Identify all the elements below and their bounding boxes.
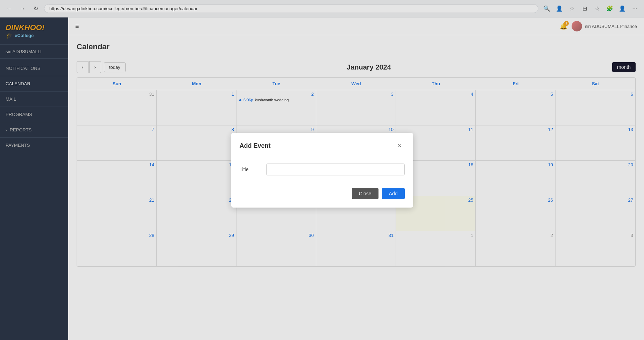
modal-header: Add Event × bbox=[240, 141, 405, 151]
add-event-modal: Add Event × Title Close Add bbox=[231, 133, 413, 208]
modal-close-button[interactable]: × bbox=[395, 141, 405, 151]
form-row-title: Title bbox=[240, 159, 405, 180]
modal-title: Add Event bbox=[240, 142, 271, 150]
close-button[interactable]: Close bbox=[352, 188, 378, 199]
modal-body: Title bbox=[240, 159, 405, 180]
modal-footer: Close Add bbox=[240, 188, 405, 199]
title-input[interactable] bbox=[266, 164, 405, 175]
title-label: Title bbox=[240, 167, 261, 172]
add-button[interactable]: Add bbox=[382, 188, 405, 199]
modal-overlay: Add Event × Title Close Add bbox=[0, 0, 644, 340]
